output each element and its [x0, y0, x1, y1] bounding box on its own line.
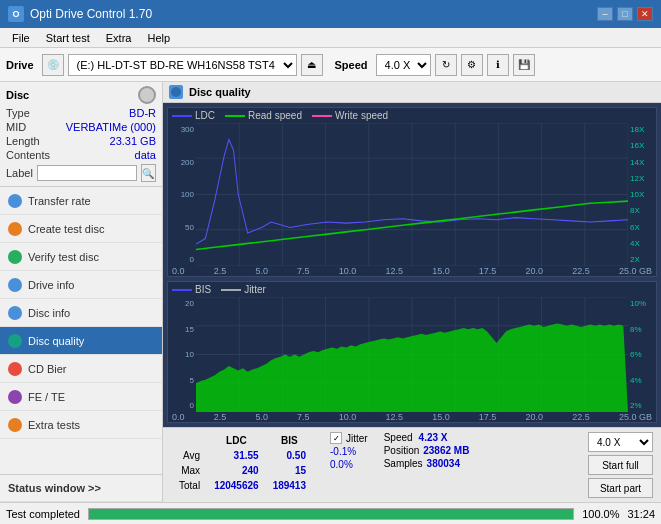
disc-info-panel: Disc Type BD-R MID VERBATIMe (000) Lengt… — [0, 82, 162, 187]
length-label: Length — [6, 135, 40, 147]
toolbar: Drive 💿 (E:) HL-DT-ST BD-RE WH16NS58 TST… — [0, 48, 661, 82]
disc-quality-icon — [8, 334, 22, 348]
write-legend-label: Write speed — [335, 110, 388, 121]
samples-label: Samples — [384, 458, 423, 469]
label-label: Label — [6, 167, 33, 179]
create-test-disc-icon — [8, 222, 22, 236]
sidebar-item-fe-te[interactable]: FE / TE — [0, 383, 162, 411]
chart-area: LDC Read speed Write speed 300 200 — [163, 103, 661, 427]
status-time: 31:24 — [627, 508, 655, 520]
menu-help[interactable]: Help — [139, 30, 178, 46]
max-label: Max — [173, 464, 206, 477]
right-panel: Disc quality LDC Read speed Wr — [163, 82, 661, 502]
drive-select[interactable]: (E:) HL-DT-ST BD-RE WH16NS58 TST4 — [68, 54, 297, 76]
speed-select-toolbar[interactable]: 4.0 X Max 2.0 X — [376, 54, 431, 76]
sidebar-item-disc-info[interactable]: Disc info — [0, 299, 162, 327]
sidebar: Disc Type BD-R MID VERBATIMe (000) Lengt… — [0, 82, 163, 502]
extra-tests-label: Extra tests — [28, 419, 80, 431]
fe-te-label: FE / TE — [28, 391, 65, 403]
ldc-legend-color — [172, 115, 192, 117]
drive-info-label: Drive info — [28, 279, 74, 291]
speed-select-stats[interactable]: 4.0 X — [588, 432, 653, 452]
menu-bar: File Start test Extra Help — [0, 28, 661, 48]
ldc-legend-label: LDC — [195, 110, 215, 121]
top-chart-legend: LDC Read speed Write speed — [168, 108, 656, 123]
cd-bier-label: CD Bier — [28, 363, 67, 375]
position-label: Position — [384, 445, 420, 456]
ldc-col-header: LDC — [208, 434, 265, 447]
sidebar-item-extra-tests[interactable]: Extra tests — [0, 411, 162, 439]
bottom-chart-svg — [196, 297, 628, 412]
sidebar-item-transfer-rate[interactable]: Transfer rate — [0, 187, 162, 215]
menu-extra[interactable]: Extra — [98, 30, 140, 46]
sidebar-item-cd-bier[interactable]: CD Bier — [0, 355, 162, 383]
status-text: Test completed — [6, 508, 80, 520]
transfer-rate-label: Transfer rate — [28, 195, 91, 207]
position-value: 23862 MB — [423, 445, 469, 456]
avg-bis: 0.50 — [267, 449, 312, 462]
disc-label-button[interactable]: 🔍 — [141, 164, 156, 182]
status-window-label: Status window >> — [8, 482, 101, 494]
speed-value: 4.23 X — [419, 432, 448, 443]
disc-quality-label: Disc quality — [28, 335, 84, 347]
maximize-button[interactable]: □ — [617, 7, 633, 21]
length-value: 23.31 GB — [110, 135, 156, 147]
jitter-section: ✓ Jitter — [330, 432, 368, 444]
title-bar: O Opti Drive Control 1.70 – □ ✕ — [0, 0, 661, 28]
sidebar-item-disc-quality[interactable]: Disc quality — [0, 327, 162, 355]
create-test-disc-label: Create test disc — [28, 223, 104, 235]
verify-test-disc-label: Verify test disc — [28, 251, 99, 263]
sidebar-item-drive-info[interactable]: Drive info — [0, 271, 162, 299]
bis-legend-label: BIS — [195, 284, 211, 295]
panel-title: Disc quality — [189, 86, 251, 98]
refresh-button[interactable]: ↻ — [435, 54, 457, 76]
save-button[interactable]: 💾 — [513, 54, 535, 76]
menu-file[interactable]: File — [4, 30, 38, 46]
disc-section-title: Disc — [6, 89, 29, 101]
drive-icon-button[interactable]: 💿 — [42, 54, 64, 76]
sidebar-item-create-test-disc[interactable]: Create test disc — [0, 215, 162, 243]
disc-label-input[interactable] — [37, 165, 137, 181]
mid-value: VERBATIMe (000) — [66, 121, 156, 133]
start-part-button[interactable]: Start part — [588, 478, 653, 498]
top-chart-x-axis: 0.0 2.5 5.0 7.5 10.0 12.5 15.0 17.5 20.0… — [168, 266, 656, 276]
fe-te-icon — [8, 390, 22, 404]
drive-label: Drive — [6, 59, 34, 71]
top-chart-svg — [196, 123, 628, 266]
start-full-button[interactable]: Start full — [588, 455, 653, 475]
verify-test-disc-icon — [8, 250, 22, 264]
menu-start-test[interactable]: Start test — [38, 30, 98, 46]
info-button[interactable]: ℹ — [487, 54, 509, 76]
jitter-label: Jitter — [346, 433, 368, 444]
nav-items: Transfer rate Create test disc Verify te… — [0, 187, 162, 474]
jitter-checkbox[interactable]: ✓ — [330, 432, 342, 444]
samples-value: 380034 — [427, 458, 460, 469]
app-title: Opti Drive Control 1.70 — [30, 7, 152, 21]
minimize-button[interactable]: – — [597, 7, 613, 21]
transfer-rate-icon — [8, 194, 22, 208]
jitter-avg: -0.1% — [330, 446, 356, 457]
max-bis: 15 — [267, 464, 312, 477]
type-value: BD-R — [129, 107, 156, 119]
total-label: Total — [173, 479, 206, 492]
type-label: Type — [6, 107, 30, 119]
status-bar: Test completed 100.0% 31:24 — [0, 502, 661, 524]
sidebar-item-verify-test-disc[interactable]: Verify test disc — [0, 243, 162, 271]
close-button[interactable]: ✕ — [637, 7, 653, 21]
disc-info-label: Disc info — [28, 307, 70, 319]
status-window-button[interactable]: Status window >> — [0, 474, 162, 502]
mid-label: MID — [6, 121, 26, 133]
eject-button[interactable]: ⏏ — [301, 54, 323, 76]
panel-header: Disc quality — [163, 82, 661, 103]
bottom-chart-x-axis: 0.0 2.5 5.0 7.5 10.0 12.5 15.0 17.5 20.0… — [168, 412, 656, 422]
cd-bier-icon — [8, 362, 22, 376]
config-button[interactable]: ⚙ — [461, 54, 483, 76]
svg-point-0 — [171, 87, 181, 97]
main-content: Disc Type BD-R MID VERBATIMe (000) Lengt… — [0, 82, 661, 502]
stats-area: LDC BIS Avg 31.55 0.50 Max 240 15 Total … — [163, 427, 661, 502]
read-legend-label: Read speed — [248, 110, 302, 121]
total-ldc: 12045626 — [208, 479, 265, 492]
jitter-max: 0.0% — [330, 459, 368, 470]
speed-text-label: Speed — [384, 432, 413, 443]
bottom-chart-legend: BIS Jitter — [168, 282, 656, 297]
